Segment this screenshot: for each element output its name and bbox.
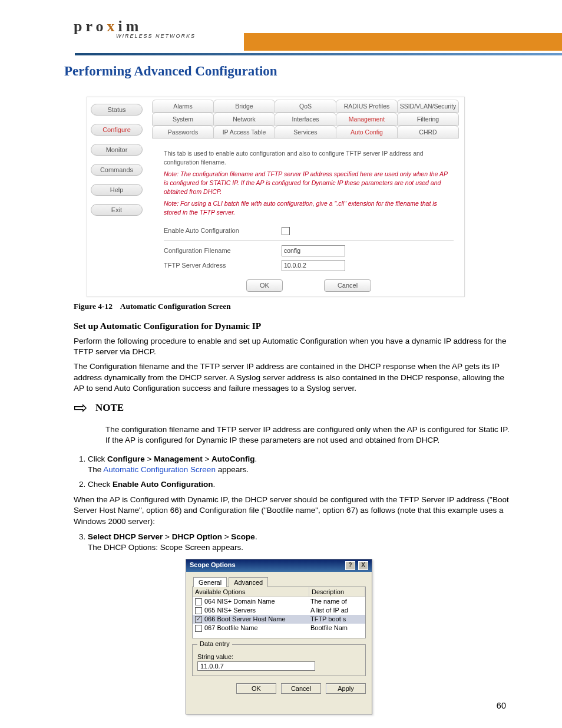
option-checkbox[interactable] <box>195 616 202 623</box>
page-header: proxim WIRELESS NETWORKS <box>74 18 512 51</box>
subsection-heading: Set up Automatic Configuration for Dynam… <box>74 321 512 331</box>
autoconfig-screenshot: Status Configure Monitor Commands Help E… <box>87 97 465 297</box>
options-header: Available Options Description <box>193 587 365 597</box>
option-row[interactable]: 065 NIS+ ServersA list of IP ad <box>193 606 365 615</box>
config-filename-row: Configuration Filename config <box>164 245 454 256</box>
options-table: Available Options Description 064 NIS+ D… <box>192 587 366 638</box>
tab-alarms[interactable]: Alarms <box>152 100 214 113</box>
side-nav-status[interactable]: Status <box>91 104 143 116</box>
option-row[interactable]: 066 Boot Server Host NameTFTP boot s <box>193 615 365 624</box>
cancel-button[interactable]: Cancel <box>324 279 371 292</box>
string-value-label: String value: <box>197 653 233 660</box>
tab-description: This tab is used to enable auto configur… <box>164 149 454 166</box>
warning-note-1: Note: The configuration filename and TFT… <box>164 170 454 196</box>
tab-filtering[interactable]: Filtering <box>397 113 459 126</box>
window-controls: ? X <box>344 561 368 570</box>
logo-pre: pro <box>74 18 107 35</box>
ok-button[interactable]: OK <box>246 279 283 292</box>
tab-qos[interactable]: QoS <box>275 100 336 113</box>
tab-network[interactable]: Network <box>213 113 275 126</box>
option-checkbox[interactable] <box>195 607 202 614</box>
option-checkbox[interactable] <box>195 598 202 605</box>
option-row[interactable]: 067 Bootfile NameBootfile Nam <box>193 624 365 633</box>
col-description[interactable]: Description <box>309 587 365 597</box>
dialog-apply-button[interactable]: Apply <box>326 683 366 694</box>
tab-bridge[interactable]: Bridge <box>213 100 275 113</box>
options-rows: 064 NIS+ Domain NameThe name of 065 NIS+… <box>193 597 365 638</box>
tftp-address-input[interactable]: 10.0.0.2 <box>282 260 345 271</box>
tftp-address-row: TFTP Server Address 10.0.0.2 <box>164 260 454 271</box>
help-icon[interactable]: ? <box>345 561 355 570</box>
header-accent-bar <box>244 33 562 51</box>
data-entry-legend: Data entry <box>197 640 232 647</box>
tab-management[interactable]: Management <box>336 113 398 126</box>
col-available-options[interactable]: Available Options <box>193 587 309 597</box>
step-1: Click Configure > Management > AutoConfi… <box>88 454 512 475</box>
option-checkbox[interactable] <box>195 625 202 632</box>
string-value-input[interactable]: 11.0.0.7 <box>197 661 315 671</box>
tab-ipaccess[interactable]: IP Access Table <box>213 126 275 139</box>
note-block: ⇨ NOTE <box>74 400 512 416</box>
logo-x-icon: x <box>107 18 118 35</box>
side-nav-monitor[interactable]: Monitor <box>91 144 143 156</box>
form-buttons: OK Cancel <box>246 279 454 292</box>
tftp-address-label: TFTP Server Address <box>164 261 282 270</box>
tab-general[interactable]: General <box>193 577 227 587</box>
enable-autoconfig-row: Enable Auto Configuration <box>164 226 454 235</box>
body-paragraph-1: Perform the following procedure to enabl… <box>74 336 512 357</box>
config-filename-input[interactable]: config <box>282 245 345 256</box>
side-nav-commands[interactable]: Commands <box>91 164 143 176</box>
scope-options-dialog: Scope Options ? X General Advanced Avail… <box>186 559 372 714</box>
dialog-ok-button[interactable]: OK <box>236 683 276 694</box>
dialog-cancel-button[interactable]: Cancel <box>281 683 321 694</box>
dialog-tabs: General Advanced <box>192 577 366 587</box>
dialog-buttons: OK Cancel Apply <box>186 680 372 697</box>
enable-autoconfig-checkbox[interactable] <box>282 227 290 235</box>
side-nav-help[interactable]: Help <box>91 184 143 196</box>
tab-passwords[interactable]: Passwords <box>152 126 214 139</box>
tab-chrd[interactable]: CHRD <box>397 126 459 139</box>
note-arrow-icon: ⇨ <box>74 400 87 416</box>
logo-post: im <box>118 18 143 35</box>
autoconfig-screen-link[interactable]: Automatic Configuration Screen <box>103 465 216 474</box>
step-3: Select DHCP Server > DHCP Option > Scope… <box>88 532 512 553</box>
tabs-area: Alarms Bridge QoS RADIUS Profiles SSID/V… <box>152 100 458 139</box>
option-row[interactable]: 064 NIS+ Domain NameThe name of <box>193 597 365 606</box>
note-body: The configuration filename and TFTP serv… <box>105 424 512 446</box>
tab-interfaces[interactable]: Interfaces <box>275 113 336 126</box>
tab-advanced[interactable]: Advanced <box>229 577 268 587</box>
body-paragraph-2: The Configuration filename and the TFTP … <box>74 361 512 394</box>
header-divider <box>75 53 562 55</box>
note-label: NOTE <box>95 402 124 414</box>
page-title: Performing Advanced Configuration <box>64 64 512 79</box>
tab-services[interactable]: Services <box>275 126 336 139</box>
form-divider <box>164 240 454 241</box>
step-2: Check Enable Auto Configuration. <box>88 479 512 490</box>
warning-note-2: Note: For using a CLI batch file with au… <box>164 199 454 216</box>
body-paragraph-3: When the AP is Configured with Dynamic I… <box>74 495 512 527</box>
tab-ssid[interactable]: SSID/VLAN/Security <box>397 100 459 113</box>
side-nav: Status Configure Monitor Commands Help E… <box>87 100 146 224</box>
page-number: 60 <box>497 701 506 710</box>
close-icon[interactable]: X <box>358 561 368 570</box>
dialog-titlebar: Scope Options ? X <box>186 559 372 572</box>
figure-caption: Figure 4-12 Automatic Configuration Scre… <box>74 302 512 311</box>
procedure-list-2: Select DHCP Server > DHCP Option > Scope… <box>77 532 512 553</box>
tab-radius[interactable]: RADIUS Profiles <box>336 100 398 113</box>
procedure-list-1: Click Configure > Management > AutoConfi… <box>77 454 512 490</box>
brand-logo: proxim <box>74 18 142 35</box>
enable-autoconfig-label: Enable Auto Configuration <box>164 226 282 235</box>
data-entry-group: Data entry String value: 11.0.0.7 <box>192 644 366 676</box>
dialog-title: Scope Options <box>190 561 236 570</box>
tab-content: This tab is used to enable auto configur… <box>164 149 454 292</box>
side-nav-configure[interactable]: Configure <box>91 124 143 136</box>
tab-autoconfig[interactable]: Auto Config <box>336 126 398 139</box>
side-nav-exit[interactable]: Exit <box>91 204 143 216</box>
tab-system[interactable]: System <box>152 113 214 126</box>
config-filename-label: Configuration Filename <box>164 246 282 255</box>
dialog-body: General Advanced Available Options Descr… <box>186 572 372 680</box>
